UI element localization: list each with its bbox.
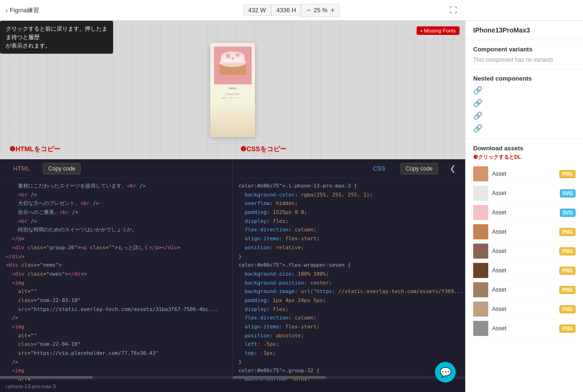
chat-button[interactable]: 💬 (435, 362, 456, 383)
css-tab-area: CSS Copy code ❮ (233, 159, 465, 178)
asset-thumbnail (473, 224, 488, 239)
missing-fonts-label: • Missing Fonts (420, 28, 456, 33)
svg-point-5 (236, 53, 239, 57)
asset-row: AssetPNG (473, 319, 575, 338)
html-copy-button[interactable]: Copy code (43, 163, 80, 174)
nested-components-section: Nested components 🔗 🔗 🔗 🔗 (466, 69, 583, 139)
fullscreen-button[interactable]: ⛶ (446, 3, 460, 17)
zoom-level: 25 % (313, 7, 328, 14)
css-scrollbar[interactable] (233, 376, 465, 379)
svg-point-4 (226, 54, 230, 58)
asset-type-tag[interactable]: PNG (559, 305, 575, 313)
download-assets-section: Download assets ❸クリックするとDL AssetPNGAsset… (466, 139, 583, 392)
asset-type-tag[interactable]: PNG (559, 228, 575, 236)
asset-thumbnail (473, 263, 488, 278)
download-assets-title: Download assets (473, 145, 575, 152)
html-annotation: ❶HTMLをコピー (9, 145, 60, 154)
code-tabs-bar: HTML Copy code CSS Copy code ❮ (0, 159, 465, 178)
component-variants-desc: This component has no variants (473, 57, 575, 63)
width-display: 432 W (243, 4, 271, 16)
asset-thumbnail (473, 321, 488, 336)
top-bar: ‹ Figma練習 クリックすると前に戻ります。押したまま待つと履歴 が表示され… (0, 0, 583, 21)
html-tab-area: HTML Copy code (0, 159, 233, 178)
svg-rect-8 (473, 186, 488, 201)
concept-desc: 素材にこだわったスイーツ (220, 97, 246, 99)
right-panel: IPhone13ProMax3 Component variants This … (465, 21, 583, 392)
html-tab[interactable]: HTML (6, 159, 37, 178)
nested-components-title: Nested components (473, 75, 575, 82)
nested-item-4: 🔗 (473, 124, 575, 133)
html-code-content[interactable]: 素材にこだわったスイーツを提供しています。<br /> <br /> 大切な方へ… (0, 178, 232, 381)
cake-svg (214, 47, 252, 84)
assets-list: AssetPNGAssetSVGAssetSVGAssetPNGAssetPNG… (473, 164, 575, 338)
asset-type-tag[interactable]: PNG (559, 170, 575, 178)
back-label: Figma練習 (10, 6, 39, 15)
asset-thumbnail (473, 244, 488, 259)
asset-type-tag[interactable]: SVG (560, 189, 575, 197)
asset-row: AssetPNG (473, 280, 575, 300)
asset-type-tag[interactable]: PNG (559, 286, 575, 294)
asset-type-tag[interactable]: PNG (559, 267, 575, 275)
cake-image (214, 47, 252, 84)
asset-type-tag[interactable]: PNG (559, 247, 575, 255)
nested-components-list: 🔗 🔗 🔗 🔗 (473, 86, 575, 133)
tooltip: クリックすると前に戻ります。押したまま待つと履歴 が表示されます。 (0, 21, 113, 54)
tooltip-line1: クリックすると前に戻ります。押したまま待つと履歴 (6, 25, 107, 41)
status-bar: i-phone-13-pro-max-3 (0, 381, 465, 392)
link-icon-1[interactable]: 🔗 (473, 86, 483, 95)
zoom-in-button[interactable]: + (330, 6, 335, 15)
code-panel: HTML Copy code CSS Copy code ❮ 素材にこだわったス… (0, 159, 465, 381)
asset-row: AssetSVG (473, 203, 575, 222)
component-variants-section: Component variants This component has no… (466, 40, 583, 69)
main-layout: ★ • Missing Fonts (0, 21, 583, 392)
melys-brand-text: melys (229, 86, 237, 90)
asset-name: Asset (492, 190, 556, 196)
asset-name: Asset (492, 248, 556, 254)
canvas-area: ★ • Missing Fonts (0, 21, 465, 392)
svg-rect-7 (473, 166, 488, 181)
link-icon-2[interactable]: 🔗 (473, 98, 483, 107)
toolbar-center: 432 W 4336 H − 25 % + (243, 4, 340, 17)
concept-title: CONCEPT (220, 93, 246, 96)
nested-item-1: 🔗 (473, 86, 575, 95)
css-copy-button[interactable]: Copy code (401, 163, 438, 174)
svg-rect-14 (473, 302, 488, 317)
css-scrollbar-thumb (233, 376, 326, 379)
download-annotation: ❸クリックするとDL (473, 154, 575, 161)
phone-preview: melys CONCEPT 素材にこだわったスイーツ (210, 43, 255, 137)
phone-preview-content: melys CONCEPT 素材にこだわったスイーツ (210, 43, 255, 137)
svg-rect-10 (473, 224, 488, 239)
tooltip-line2: が表示されます。 (6, 42, 51, 49)
asset-type-tag[interactable]: PNG (559, 325, 575, 333)
asset-name: Asset (492, 325, 556, 332)
code-panel-body: 素材にこだわったスイーツを提供しています。<br /> <br /> 大切な方へ… (0, 178, 465, 381)
svg-rect-15 (473, 321, 488, 336)
asset-row: AssetPNG (473, 222, 575, 242)
link-icon-4[interactable]: 🔗 (473, 124, 483, 133)
zoom-controls: − 25 % + (301, 4, 340, 17)
link-icon-3[interactable]: 🔗 (473, 111, 483, 120)
nested-item-3: 🔗 (473, 111, 575, 120)
svg-rect-9 (473, 205, 488, 220)
back-button[interactable]: ‹ Figma練習 (6, 6, 39, 15)
missing-fonts-badge[interactable]: • Missing Fonts (417, 26, 460, 35)
asset-thumbnail (473, 186, 488, 201)
css-code-content[interactable]: color:#e06c75">.i-phone-13-pro-max-3 { b… (233, 178, 465, 381)
asset-type-tag[interactable]: SVG (560, 209, 575, 217)
css-tab[interactable]: CSS (365, 159, 393, 178)
zoom-out-button[interactable]: − (306, 6, 311, 15)
asset-row: AssetPNG (473, 261, 575, 280)
asset-name: Asset (492, 209, 556, 216)
html-scrollbar[interactable] (0, 376, 232, 379)
css-annotation: ❷CSSをコピー (240, 145, 287, 154)
chevron-left-icon: ‹ (6, 7, 8, 14)
expand-button[interactable]: ❮ (445, 159, 460, 178)
asset-row: AssetPNG (473, 164, 575, 184)
svg-point-3 (220, 59, 246, 67)
height-display: 4336 H (271, 4, 301, 16)
asset-name: Asset (492, 267, 556, 274)
asset-thumbnail (473, 282, 488, 297)
svg-rect-12 (473, 263, 488, 278)
concept-section: CONCEPT 素材にこだわったスイーツ (220, 93, 246, 99)
right-panel-header: IPhone13ProMax3 (466, 21, 583, 40)
